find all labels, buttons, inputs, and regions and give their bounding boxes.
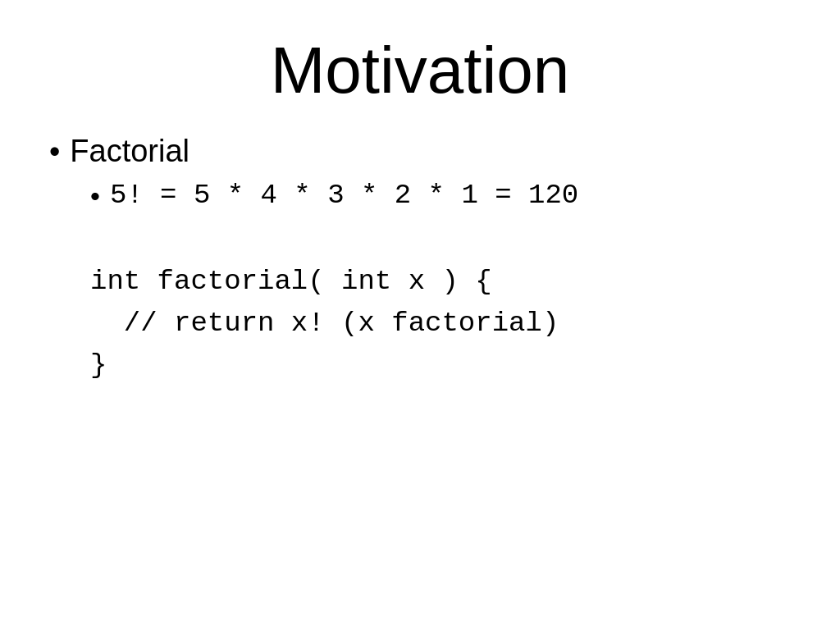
code-line-3: }	[90, 345, 791, 386]
bullet-factorial-label: Factorial	[70, 133, 189, 171]
bullet-factorial-example: • 5! = 5 * 4 * 3 * 2 * 1 = 120	[90, 179, 791, 212]
slide: Motivation • Factorial • 5! = 5 * 4 * 3 …	[0, 0, 840, 630]
bullet-dot-1: •	[49, 136, 60, 167]
code-line-1: int factorial( int x ) {	[90, 261, 791, 303]
bullet-factorial-example-label: 5! = 5 * 4 * 3 * 2 * 1 = 120	[110, 179, 578, 212]
bullet-factorial: • Factorial	[49, 133, 791, 171]
code-line-2: // return x! (x factorial)	[90, 303, 791, 345]
slide-title: Motivation	[49, 33, 791, 108]
bullet-dot-2: •	[90, 182, 100, 210]
code-block: int factorial( int x ) { // return x! (x…	[90, 261, 791, 386]
